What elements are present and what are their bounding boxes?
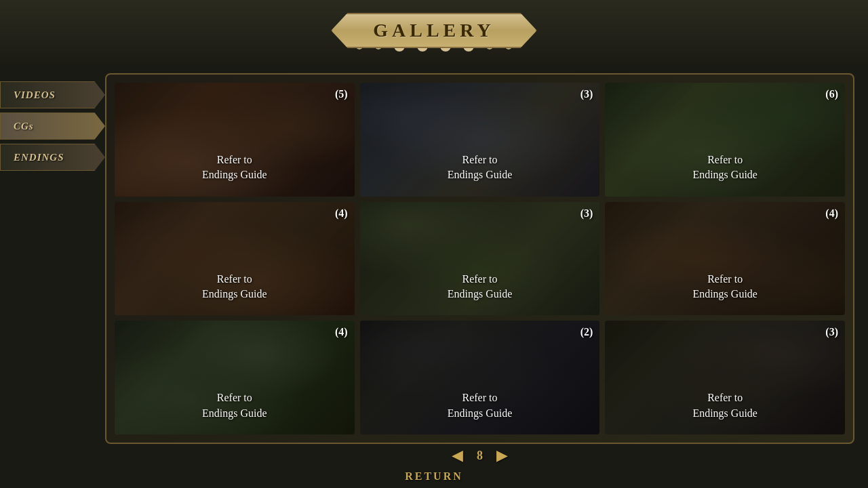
cell-text-5: Refer toEndings Guide	[360, 272, 600, 302]
cell-text-1: Refer toEndings Guide	[115, 152, 355, 183]
gallery-cell-4[interactable]: (4) Refer toEndings Guide	[115, 202, 355, 316]
cell-text-3: Refer toEndings Guide	[605, 152, 845, 183]
gallery-cell-5[interactable]: (3) Refer toEndings Guide	[360, 202, 600, 316]
cell-count-6: (4)	[825, 207, 838, 220]
sidebar-label-videos: VIDEOS	[0, 89, 56, 101]
gallery-cell-7[interactable]: (4) Refer toEndings Guide	[115, 321, 355, 434]
gallery-grid: (5) Refer toEndings Guide (3) Refer toEn…	[115, 83, 845, 434]
gallery-banner: GALLERY	[331, 13, 536, 48]
banner-shape: GALLERY	[331, 13, 536, 48]
gallery-cell-8[interactable]: (2) Refer toEndings Guide	[360, 321, 600, 434]
gallery-cell-2[interactable]: (3) Refer toEndings Guide	[360, 83, 600, 197]
page-number: 8	[477, 449, 483, 463]
next-page-button[interactable]: ▶	[496, 447, 508, 464]
cell-count-1: (5)	[335, 88, 348, 100]
cell-count-3: (6)	[825, 88, 838, 100]
cell-text-9: Refer toEndings Guide	[605, 390, 845, 421]
sidebar-item-cgs[interactable]: CGs	[0, 113, 105, 140]
sidebar-label-cgs: CGs	[0, 121, 34, 132]
cell-count-5: (3)	[580, 207, 593, 220]
cell-count-7: (4)	[335, 326, 348, 338]
cell-text-7: Refer toEndings Guide	[115, 390, 355, 421]
pagination: ◀ 8 ▶	[105, 447, 854, 464]
cell-text-6: Refer toEndings Guide	[605, 272, 845, 302]
cell-count-4: (4)	[335, 207, 348, 220]
prev-page-button[interactable]: ◀	[452, 447, 463, 464]
sidebar-item-endings[interactable]: ENDINGS	[0, 144, 105, 171]
gallery-title: GALLERY	[373, 20, 494, 41]
cell-count-2: (3)	[580, 88, 593, 100]
gallery-cell-9[interactable]: (3) Refer toEndings Guide	[605, 321, 845, 434]
cell-text-4: Refer toEndings Guide	[115, 272, 355, 302]
gallery-cell-1[interactable]: (5) Refer toEndings Guide	[115, 83, 355, 197]
cell-count-8: (2)	[580, 326, 593, 338]
gallery-cell-3[interactable]: (6) Refer toEndings Guide	[605, 83, 845, 197]
gallery-cell-6[interactable]: (4) Refer toEndings Guide	[605, 202, 845, 316]
main-gallery: (5) Refer toEndings Guide (3) Refer toEn…	[105, 73, 854, 444]
cell-count-9: (3)	[825, 326, 838, 338]
sidebar-item-videos[interactable]: VIDEOS	[0, 81, 105, 108]
sidebar-label-endings: ENDINGS	[0, 152, 64, 163]
return-button[interactable]: RETURN	[405, 470, 463, 483]
cell-text-8: Refer toEndings Guide	[360, 390, 600, 421]
sidebar: VIDEOS CGs ENDINGS	[0, 68, 105, 171]
cell-text-2: Refer toEndings Guide	[360, 152, 600, 183]
header-bar: GALLERY	[0, 0, 868, 68]
